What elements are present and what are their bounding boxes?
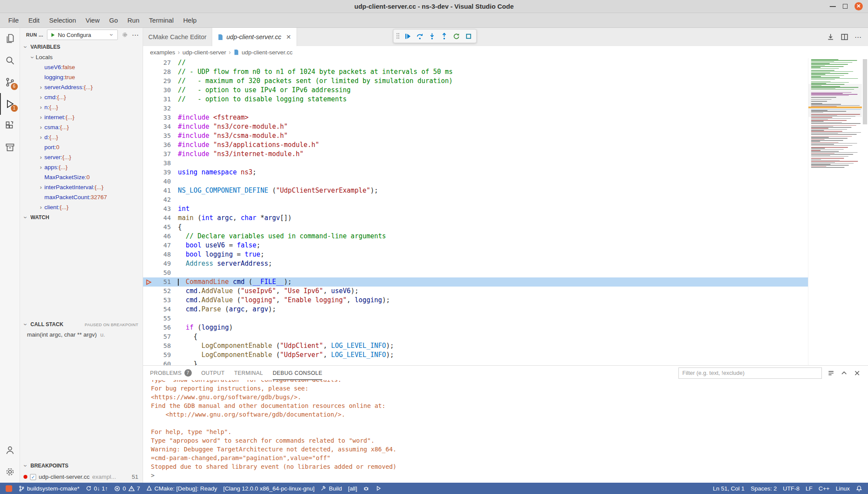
line-text[interactable]: cmd.AddValue ("useIpv6", "Use Ipv6", use… — [171, 287, 358, 296]
maximize-icon[interactable] — [843, 4, 848, 9]
code-line-54[interactable]: 54 cmd.Parse (argc, argv); — [143, 305, 808, 314]
variable-row[interactable]: logging: true — [20, 72, 143, 82]
variable-row[interactable]: maxPacketCount: 32767 — [20, 192, 143, 202]
line-number[interactable]: 41 — [156, 186, 171, 195]
code-line-38[interactable]: 38 — [143, 159, 808, 168]
variable-row[interactable]: ›server: {...} — [20, 152, 143, 162]
line-number[interactable]: 54 — [156, 305, 171, 314]
variable-row[interactable]: ›n: {...} — [20, 102, 143, 112]
line-text[interactable]: main (int argc, char *argv[]) — [171, 214, 292, 223]
code-line-56[interactable]: 56 if (logging) — [143, 323, 808, 332]
code-line-53[interactable]: 53 cmd.AddValue ("logging", "Enable logg… — [143, 296, 808, 305]
breakpoint-checkbox[interactable]: ✓ — [30, 474, 36, 480]
line-number[interactable]: 39 — [156, 168, 171, 177]
breadcrumb-file[interactable]: udp-client-server.cc — [242, 49, 293, 56]
line-number[interactable]: 53 — [156, 296, 171, 305]
close-tab-icon[interactable]: ✕ — [284, 33, 291, 40]
encoding-item[interactable]: UTF-8 — [780, 483, 802, 494]
editor-scrollbar[interactable] — [862, 58, 868, 365]
console-prompt[interactable]: > — [151, 471, 868, 480]
line-text[interactable]: // - UDP flow from n0 to n1 of 1024 byte… — [171, 67, 453, 77]
line-text[interactable]: NS_LOG_COMPONENT_DEFINE ("UdpClientServe… — [171, 186, 378, 195]
menu-selection[interactable]: Selection — [44, 13, 81, 27]
line-text[interactable]: LogComponentEnable ("UdpClient", LOG_LEV… — [171, 341, 394, 350]
toolbar-drag-handle[interactable] — [396, 33, 400, 40]
code-line-34[interactable]: 34#include "ns3/core-module.h" — [143, 122, 808, 131]
debug-console-output[interactable]: Type "show configuration" for configurat… — [143, 380, 868, 483]
stack-frame-row[interactable]: main(int argc, char ** argv) u. — [20, 330, 143, 340]
code-line-59[interactable]: 59 LogComponentEnable ("UdpServer", LOG_… — [143, 350, 808, 360]
cursor-position-item[interactable]: Ln 51, Col 1 — [710, 483, 748, 494]
code-line-60[interactable]: 60 } — [143, 360, 808, 365]
variable-row[interactable]: ›csma: {...} — [20, 122, 143, 132]
line-number[interactable]: 42 — [156, 195, 171, 204]
explorer-icon[interactable] — [0, 28, 20, 50]
code-line-42[interactable]: 42 — [143, 195, 808, 204]
line-number[interactable]: 56 — [156, 323, 171, 332]
code-line-55[interactable]: 55 — [143, 314, 808, 323]
line-text[interactable]: #include "ns3/core-module.h" — [171, 122, 288, 131]
variable-row[interactable]: ›client: {...} — [20, 202, 143, 212]
step-into-icon[interactable] — [427, 31, 437, 41]
code-line-27[interactable]: 27// — [143, 58, 808, 67]
line-number[interactable]: 27 — [156, 58, 171, 67]
line-number[interactable]: 51 — [156, 277, 171, 287]
launch-target-item[interactable] — [372, 483, 384, 494]
breakpoint-row[interactable]: ✓ udp-client-server.cc exampl... 51 — [20, 471, 143, 483]
code-line-41[interactable]: 41NS_LOG_COMPONENT_DEFINE ("UdpClientSer… — [143, 186, 808, 195]
eol-item[interactable]: LF — [802, 483, 815, 494]
line-number[interactable]: 29 — [156, 77, 171, 86]
line-number[interactable]: 45 — [156, 223, 171, 232]
problems-status-item[interactable]: 0 7 — [111, 483, 143, 494]
line-text[interactable]: cmd.AddValue ("logging", "Enable logging… — [171, 296, 390, 305]
line-number[interactable]: 28 — [156, 67, 171, 77]
line-text[interactable]: using namespace ns3; — [171, 168, 257, 177]
settings-gear-icon[interactable] — [0, 461, 20, 483]
code-lines[interactable]: 27//28// - UDP flow from n0 to n1 of 102… — [143, 58, 808, 365]
code-line-50[interactable]: 50 — [143, 268, 808, 277]
variable-row[interactable]: port: 0 — [20, 142, 143, 152]
line-text[interactable]: bool logging = true; — [171, 250, 264, 259]
minimap[interactable] — [808, 58, 862, 365]
menu-help[interactable]: Help — [178, 13, 201, 27]
line-number[interactable]: 36 — [156, 140, 171, 150]
line-number[interactable]: 35 — [156, 131, 171, 140]
cmake-tools-icon[interactable] — [0, 137, 20, 158]
line-number[interactable]: 30 — [156, 86, 171, 95]
line-text[interactable]: #include <fstream> — [171, 113, 249, 122]
scrollbar-thumb[interactable] — [863, 59, 867, 124]
line-text[interactable] — [171, 195, 178, 204]
debug-current-line-arrow-icon[interactable] — [143, 277, 156, 287]
language-mode-item[interactable]: C++ — [815, 483, 833, 494]
maximize-panel-icon[interactable] — [840, 369, 848, 377]
code-line-43[interactable]: 43int — [143, 204, 808, 214]
line-number[interactable]: 32 — [156, 104, 171, 113]
line-text[interactable]: { — [171, 332, 197, 341]
variable-row[interactable]: ›serverAddress: {...} — [20, 82, 143, 92]
code-line-51[interactable]: 51 CommandLine cmd (__FILE__); — [143, 277, 808, 287]
os-item[interactable]: Linux — [833, 483, 853, 494]
debug-config-dropdown[interactable]: No Configura › — [47, 30, 118, 40]
step-over-icon[interactable] — [414, 31, 425, 41]
more-actions-icon[interactable]: ⋯ — [855, 33, 862, 41]
extensions-icon[interactable] — [0, 115, 20, 137]
git-sync-item[interactable]: 0↓ 1↑ — [83, 483, 111, 494]
line-number[interactable]: 60 — [156, 360, 171, 365]
line-text[interactable]: // - maximum of 320 packets sent (or lim… — [171, 77, 453, 86]
code-line-31[interactable]: 31// - option to disable logging stateme… — [143, 95, 808, 104]
views-more-actions-icon[interactable]: ⋯ — [132, 31, 139, 39]
line-number[interactable]: 50 — [156, 268, 171, 277]
breadcrumb-udp-client-server[interactable]: udp-client-server — [182, 49, 226, 56]
line-text[interactable]: // - option to disable logging statement… — [171, 95, 347, 104]
cmake-kit-item[interactable]: [Clang 12.0.0 x86_64-pc-linux-gnu] — [220, 483, 317, 494]
line-text[interactable]: bool useV6 = false; — [171, 241, 260, 250]
indentation-item[interactable]: Spaces: 2 — [748, 483, 780, 494]
menu-edit[interactable]: Edit — [23, 13, 44, 27]
line-number[interactable]: 33 — [156, 113, 171, 122]
code-line-29[interactable]: 29// - maximum of 320 packets sent (or l… — [143, 77, 808, 86]
code-line-48[interactable]: 48 bool logging = true; — [143, 250, 808, 259]
line-text[interactable] — [171, 159, 178, 168]
source-control-icon[interactable]: 6 — [0, 71, 20, 93]
minimap-slider[interactable] — [808, 84, 862, 117]
code-line-46[interactable]: 46 // Declare variables used in command-… — [143, 232, 808, 241]
